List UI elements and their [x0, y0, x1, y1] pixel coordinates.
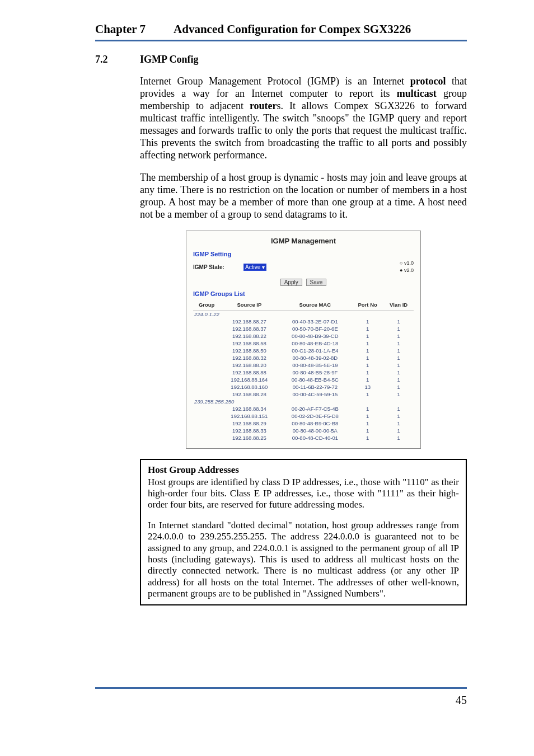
chapter-header: Chapter 7 Advanced Configuration for Com…: [95, 22, 467, 41]
group-header: 239.255.255.250: [193, 398, 414, 405]
section-title: IGMP Config: [140, 54, 199, 65]
note-paragraph-1: Host groups are identified by class D IP…: [148, 477, 459, 511]
paragraph-2: The membership of a host group is dynami…: [140, 172, 467, 221]
igmp-management-figure: IGMP Management IGMP Setting IGMP State:…: [186, 231, 421, 448]
paragraph-1: Internet Group Management Protocol (IGMP…: [140, 76, 467, 162]
table-row: 192.168.88.2000-80-48-B5-5E-1911: [193, 361, 414, 369]
table-row: 192.168.88.3200-80-48-39-02-8D11: [193, 354, 414, 361]
groups-table: Group Source IP Source MAC Port No Vlan …: [193, 299, 414, 442]
table-row: 192.168.88.3300-80-48-00-00-5A11: [193, 427, 414, 434]
host-group-addresses-box: Host Group Addresses Host groups are ide…: [140, 459, 467, 605]
table-row: 192.168.88.3700-50-70-BF-20-6E11: [193, 325, 414, 332]
radio-v2[interactable]: ● v2.0: [400, 267, 414, 273]
table-row: 192.168.88.5000-C1-28-01-1A-E411: [193, 347, 414, 354]
col-source-mac: Source MAC: [278, 299, 352, 311]
igmp-state-select[interactable]: Active ▾: [243, 264, 266, 271]
col-vlan: Vlan ID: [383, 299, 414, 311]
col-group: Group: [193, 299, 220, 311]
table-row: 192.168.88.16000-11-6B-22-79-72131: [193, 383, 414, 391]
version-radios: ○ v1.0 ● v2.0: [400, 260, 414, 274]
chapter-title: Advanced Configuration for Compex SGX322…: [174, 22, 411, 36]
table-row: 192.168.88.3400-20-AF-F7-C5-4B11: [193, 405, 414, 412]
chapter-number: Chapter 7: [95, 22, 146, 36]
radio-v1[interactable]: ○ v1.0: [400, 260, 414, 266]
table-row: 192.168.88.16400-80-48-EB-B4-5C11: [193, 376, 414, 383]
footer-rule: [95, 687, 467, 689]
figure-title: IGMP Management: [193, 237, 414, 245]
page-number: 45: [456, 694, 467, 707]
table-row: 192.168.88.2200-80-48-B9-39-CD11: [193, 332, 414, 340]
table-row: 192.168.88.5800-80-48-EB-4D-1811: [193, 340, 414, 347]
table-row: 192.168.88.2700-40-33-2E-07-D111: [193, 318, 414, 325]
col-source-ip: Source IP: [220, 299, 278, 311]
figure-section-groups: IGMP Groups List: [193, 290, 414, 297]
table-row: 192.168.88.15100-02-2D-0E-F5-D811: [193, 412, 414, 420]
note-title: Host Group Addresses: [148, 464, 459, 476]
table-row: 192.168.88.2900-80-48-B9-0C-B811: [193, 420, 414, 427]
table-row: 192.168.88.2800-00-4C-59-59-1511: [193, 391, 414, 398]
col-port: Port No: [352, 299, 383, 311]
figure-section-setting: IGMP Setting: [193, 251, 414, 257]
section-number: 7.2: [95, 54, 140, 65]
group-header: 224.0.1.22: [193, 310, 414, 318]
igmp-state-label: IGMP State:: [193, 264, 232, 270]
table-row: 192.168.88.8800-80-48-B5-28-9F11: [193, 369, 414, 376]
section-heading: 7.2 IGMP Config: [95, 54, 467, 65]
note-paragraph-2: In Internet standard "dotted decimal" no…: [148, 520, 459, 600]
save-button[interactable]: Save: [306, 279, 327, 286]
table-row: 192.168.88.2500-80-48-CD-40-0111: [193, 434, 414, 442]
apply-button[interactable]: Apply: [280, 279, 302, 286]
